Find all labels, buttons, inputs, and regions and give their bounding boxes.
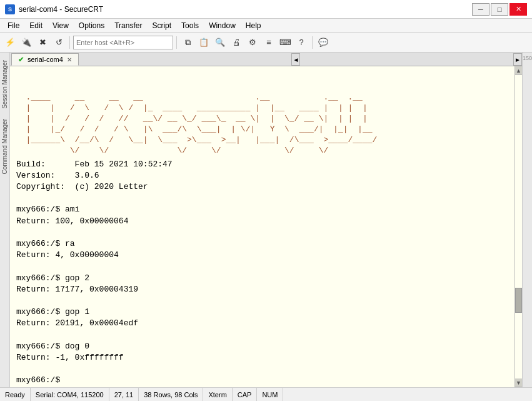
toolbar-connect[interactable]: 🔌 [19, 35, 34, 50]
close-button[interactable]: ✕ [509, 3, 527, 16]
scrollbar-thumb[interactable] [515, 288, 522, 313]
toolbar-separator-2 [176, 36, 177, 49]
toolbar-keymap[interactable]: ⌨ [278, 35, 293, 50]
toolbar-settings[interactable]: ⚙ [245, 35, 260, 50]
status-dimensions: 38 Rows, 98 Cols [139, 388, 203, 401]
tab-scroll-left[interactable]: ◄ [291, 53, 300, 66]
status-cursor-pos: 27, 11 [109, 388, 139, 401]
menu-transfer[interactable]: Transfer [109, 20, 147, 31]
window-controls: ─ □ ✕ [472, 3, 527, 16]
toolbar-print[interactable]: 🖨 [229, 35, 244, 50]
menubar: File Edit View Options Transfer Script T… [0, 19, 532, 33]
status-term-type: Xterm [203, 388, 232, 401]
scrollbar-track[interactable] [515, 75, 522, 378]
session-manager-label[interactable]: Session Manager [1, 58, 8, 111]
toolbar-find[interactable]: 🔍 [213, 35, 228, 50]
tab-close-button[interactable]: ✕ [67, 56, 72, 63]
menu-file[interactable]: File [3, 20, 24, 31]
terminal-content: Build: Feb 15 2021 10:52:47 Version: 3.0… [16, 159, 508, 387]
right-indicator: 150 [523, 55, 532, 61]
menu-view[interactable]: View [48, 20, 74, 31]
tab-status-icon: ✔ [18, 56, 24, 64]
toolbar-reconnect[interactable]: ↺ [51, 35, 66, 50]
tab-label: serial-com4 [28, 56, 63, 63]
terminal-wrapper: .____ __ __ __ .__ .__ .__ | | / \ / \ /… [10, 66, 522, 387]
window-title: serial-com4 - SecureCRT [19, 5, 472, 14]
main-area: Session Manager Command Manager ✔ serial… [0, 53, 532, 387]
ascii-art-banner: .____ __ __ __ .__ .__ .__ | | / \ / \ /… [16, 93, 508, 156]
right-panel: 150 [522, 53, 532, 387]
tab-scroll-right[interactable]: ► [513, 53, 522, 66]
toolbar-separator-3 [312, 36, 313, 49]
status-num: NUM [257, 388, 283, 401]
statusbar: Ready Serial: COM4, 115200 27, 11 38 Row… [0, 387, 532, 401]
toolbar-map[interactable]: ≡ [261, 35, 276, 50]
minimize-button[interactable]: ─ [472, 3, 489, 16]
toolbar-disconnect[interactable]: ✖ [35, 35, 50, 50]
status-ready: Ready [5, 388, 31, 401]
terminal[interactable]: .____ __ __ __ .__ .__ .__ | | / \ / \ /… [10, 66, 514, 387]
scroll-down-button[interactable]: ▼ [515, 378, 522, 387]
app-icon: S [5, 4, 15, 14]
status-caps: CAP [233, 388, 258, 401]
menu-options[interactable]: Options [74, 20, 109, 31]
scroll-up-button[interactable]: ▲ [515, 66, 522, 75]
tab-serial-com4[interactable]: ✔ serial-com4 ✕ [11, 53, 79, 66]
host-input[interactable] [73, 36, 173, 49]
menu-edit[interactable]: Edit [24, 20, 48, 31]
titlebar: S serial-com4 - SecureCRT ─ □ ✕ [0, 0, 532, 19]
toolbar-paste[interactable]: 📋 [196, 35, 211, 50]
menu-tools[interactable]: Tools [176, 20, 204, 31]
toolbar-help[interactable]: ? [294, 35, 309, 50]
maximize-button[interactable]: □ [491, 3, 508, 16]
toolbar: ⚡ 🔌 ✖ ↺ ⧉ 📋 🔍 🖨 ⚙ ≡ ⌨ ? 💬 [0, 33, 532, 53]
command-manager-label[interactable]: Command Manager [1, 116, 8, 176]
session-panel: Session Manager Command Manager [0, 53, 10, 387]
tab-bar: ✔ serial-com4 ✕ ◄ ► [10, 53, 522, 66]
toolbar-chat[interactable]: 💬 [316, 35, 331, 50]
terminal-scrollbar: ▲ ▼ [514, 66, 522, 387]
menu-script[interactable]: Script [147, 20, 176, 31]
toolbar-new-session[interactable]: ⚡ [3, 35, 18, 50]
menu-window[interactable]: Window [204, 20, 241, 31]
tab-area: ✔ serial-com4 ✕ ◄ ► .____ __ __ __ .__ .… [10, 53, 522, 387]
toolbar-copy[interactable]: ⧉ [180, 35, 195, 50]
menu-help[interactable]: Help [241, 20, 266, 31]
status-serial-info: Serial: COM4, 115200 [31, 388, 109, 401]
toolbar-separator-1 [69, 36, 70, 49]
